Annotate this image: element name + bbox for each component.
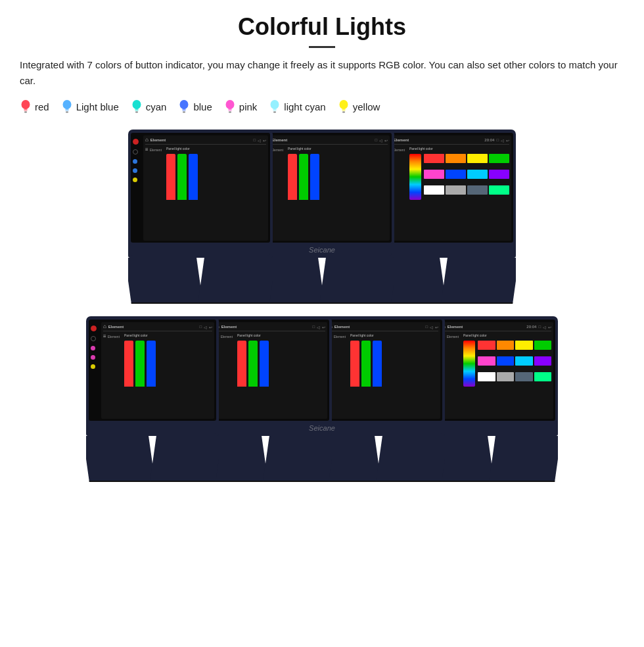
bulb-icon	[20, 98, 32, 115]
home-icon: ⌂	[145, 137, 149, 143]
ctrl-btn-0	[91, 325, 97, 331]
color-label: blue	[193, 101, 212, 112]
bar	[361, 341, 371, 387]
stand-leg-right	[198, 258, 273, 304]
ctrl-btn-0	[133, 139, 139, 145]
screen-element-label: Element	[334, 325, 350, 329]
color-grid	[424, 154, 509, 200]
nav-icon: ↩	[435, 325, 438, 329]
ctrl-btn-1	[91, 336, 96, 341]
ctrl-btn-2	[91, 346, 95, 350]
radio-stand	[199, 436, 332, 482]
grid-cell	[424, 154, 444, 163]
grid-cell	[467, 170, 488, 179]
color-item-light-cyan: light cyan	[269, 98, 325, 115]
bar	[248, 341, 258, 387]
nav-icon: ↩	[506, 138, 509, 143]
bar	[373, 341, 382, 387]
svg-rect-27	[342, 112, 345, 113]
svg-rect-26	[342, 110, 345, 112]
screen-element-label: Element	[150, 138, 166, 142]
hamburger-icon: ≡	[103, 333, 106, 339]
nav-icon: ◁	[204, 325, 207, 329]
nav-icon: ◁	[258, 138, 261, 143]
grid-cell	[467, 154, 488, 163]
nav-icon: □	[375, 138, 377, 142]
ctrl-btn-2	[133, 159, 137, 164]
stand-leg-right	[263, 436, 332, 482]
stand-leg-right	[489, 436, 558, 482]
svg-rect-25	[342, 109, 345, 110]
stand-leg-left	[86, 436, 155, 482]
bar	[350, 341, 359, 387]
unit-wrapper-unit5: ⌂Element□◁↩≡ElementPanel light color	[199, 316, 332, 485]
color-label: red	[35, 101, 49, 112]
grid-cell	[446, 154, 466, 163]
bar	[147, 341, 156, 387]
time-display: 20:04	[484, 138, 494, 142]
bar	[189, 154, 198, 200]
grid-cell	[446, 185, 466, 195]
radio-stand	[86, 436, 219, 482]
bar	[237, 341, 246, 387]
grid-cell	[497, 372, 515, 381]
svg-rect-3	[24, 112, 27, 113]
svg-rect-7	[66, 112, 68, 113]
nav-icon: ↩	[384, 138, 388, 143]
grid-cell	[534, 356, 552, 366]
car-radio-unit-unit1: ⌂Element□◁↩≡ElementPanel light color	[128, 130, 273, 304]
color-item-Light-blue: Light blue	[61, 98, 119, 115]
svg-rect-9	[135, 109, 138, 110]
screen-element-label: Element	[108, 325, 124, 329]
grid-cell	[489, 185, 509, 195]
grid-cell	[515, 372, 533, 381]
grid-cell	[497, 356, 515, 366]
grid-cell	[534, 372, 552, 381]
panel-light-label: Panel light color	[166, 147, 266, 151]
nav-icon: □	[538, 325, 541, 329]
svg-point-24	[339, 100, 348, 109]
color-label: cyan	[146, 101, 167, 112]
svg-point-8	[132, 100, 141, 109]
panel-light-label: Panel light color	[288, 147, 388, 151]
bar	[299, 154, 308, 200]
ctrl-btn-3	[133, 168, 137, 173]
grid-cell	[424, 185, 444, 195]
color-bars	[237, 341, 325, 387]
color-bars	[124, 341, 212, 387]
stand-leg-right	[376, 436, 445, 482]
nav-icon: □	[496, 138, 499, 142]
svg-rect-21	[273, 109, 277, 110]
svg-rect-22	[273, 110, 277, 112]
svg-point-20	[271, 100, 279, 109]
color-list: red Light blue cyan blue pink light cyan…	[20, 98, 624, 115]
grid-cell	[489, 170, 509, 179]
title-section: Colorful Lights	[20, 13, 624, 48]
car-radio-unit-unit7: ⌂Element20:04□◁↩≡ElementPanel light colo…	[425, 316, 558, 482]
radio-mount	[428, 421, 555, 434]
ctrl-btn-4	[133, 178, 137, 182]
page-title: Colorful Lights	[20, 13, 624, 41]
grid-cell	[446, 170, 466, 179]
panel-light-label: Panel light color	[124, 333, 212, 337]
rainbow-bar	[409, 154, 421, 200]
bulb-icon	[269, 98, 281, 115]
grid-cell	[515, 341, 533, 350]
color-grid	[478, 341, 551, 387]
time-display: 20:04	[526, 325, 536, 329]
unit-wrapper-unit7: ⌂Element20:04□◁↩≡ElementPanel light colo…	[425, 316, 558, 485]
nav-icon: □	[312, 325, 315, 329]
description-text: Integrated with 7 colors of button indic…	[20, 57, 624, 89]
grid-cell	[497, 341, 515, 350]
color-item-pink: pink	[224, 98, 258, 115]
radio-mount	[315, 421, 442, 434]
nav-icon: ◁	[317, 325, 320, 329]
unit-wrapper-unit4: ⌂Element□◁↩≡ElementPanel light color	[86, 316, 219, 485]
color-bars	[288, 154, 388, 200]
nav-icon: ↩	[263, 138, 266, 143]
screen-label-2: Element	[393, 148, 405, 152]
svg-rect-19	[229, 112, 231, 113]
bar	[260, 341, 269, 387]
radio-mount	[131, 243, 270, 256]
color-bars	[350, 341, 438, 387]
